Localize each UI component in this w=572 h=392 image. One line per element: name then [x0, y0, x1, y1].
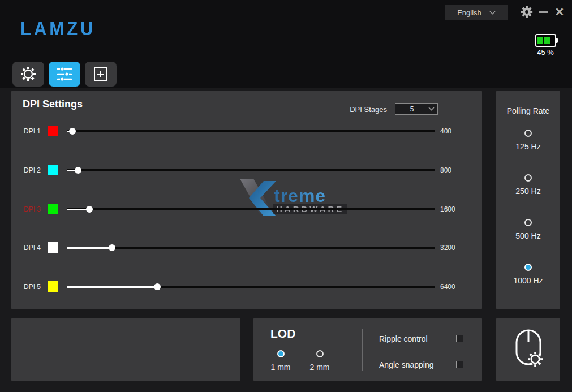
dpi-value: 3200	[440, 244, 476, 252]
angle-snapping-checkbox[interactable]	[456, 361, 463, 368]
angle-snapping-row: Angle snapping	[379, 360, 475, 369]
polling-rate-panel: Polling Rate 125 Hz 250 Hz 500 Hz 1000 H…	[496, 91, 560, 309]
gear-icon	[521, 6, 533, 18]
dpi-stages-label: DPI Stages	[342, 105, 387, 114]
dpi-color-swatch[interactable]	[48, 242, 58, 253]
dpi-slider[interactable]	[67, 281, 435, 293]
divider	[362, 329, 363, 371]
dpi-row-label: DPI 2	[24, 166, 48, 174]
polling-option-label: 500 Hz	[496, 231, 560, 240]
language-dropdown[interactable]: English	[445, 5, 508, 20]
dpi-stages-value: 5	[395, 105, 428, 113]
lod-title: LOD	[270, 327, 295, 341]
dpi-stages-dropdown[interactable]: 5	[395, 103, 438, 115]
polling-option-500hz[interactable]: 500 Hz	[496, 218, 560, 240]
lod-option-1mm[interactable]: 1 mm	[268, 350, 294, 372]
mouse-settings-panel[interactable]	[496, 318, 560, 381]
ripple-control-checkbox[interactable]	[456, 335, 463, 342]
dpi-row-label: DPI 5	[24, 283, 48, 291]
radio-icon[interactable]	[524, 130, 532, 137]
polling-option-label: 125 Hz	[496, 142, 560, 151]
dpi-row-4: DPI 4 3200	[11, 242, 482, 254]
dpi-row-3: DPI 3 1600	[11, 203, 482, 216]
polling-option-label: 250 Hz	[496, 187, 560, 196]
lod-panel: LOD 1 mm 2 mm Ripple control Angle snapp…	[253, 318, 482, 381]
slider-thumb[interactable]	[86, 206, 93, 213]
dpi-settings-title: DPI Settings	[23, 98, 83, 110]
battery-indicator: 45 %	[532, 34, 558, 57]
radio-icon[interactable]	[524, 219, 532, 226]
dpi-slider[interactable]	[67, 164, 435, 176]
lod-option-2mm[interactable]: 2 mm	[307, 350, 333, 372]
close-icon: ✕	[555, 6, 565, 18]
polling-option-label: 1000 Hz	[496, 276, 560, 285]
dpi-value: 800	[440, 166, 476, 174]
battery-bar	[544, 37, 550, 44]
polling-option-125hz[interactable]: 125 Hz	[496, 129, 560, 151]
mouse-gear-icon	[509, 328, 548, 372]
polling-option-250hz[interactable]: 250 Hz	[496, 174, 560, 196]
polling-option-1000hz[interactable]: 1000 Hz	[496, 263, 560, 285]
radio-icon[interactable]	[316, 350, 324, 357]
radio-icon[interactable]	[524, 174, 532, 182]
settings-gear-button[interactable]	[519, 5, 534, 19]
slider-thumb[interactable]	[109, 244, 115, 251]
dpi-slider[interactable]	[67, 125, 435, 137]
gear-outline-icon	[20, 66, 37, 83]
tab-performance[interactable]	[49, 62, 80, 87]
angle-snapping-label: Angle snapping	[379, 360, 434, 369]
dpi-value: 1600	[440, 205, 476, 213]
slider-thumb[interactable]	[154, 283, 161, 290]
ripple-control-row: Ripple control	[379, 334, 475, 343]
sliders-icon	[56, 66, 73, 82]
battery-bar	[537, 37, 543, 44]
lod-option-label: 2 mm	[307, 363, 333, 372]
minimize-button[interactable]	[536, 5, 551, 19]
lod-option-label: 1 mm	[268, 363, 294, 372]
close-button[interactable]: ✕	[552, 5, 567, 19]
app-window: LAMZU English ✕	[0, 0, 572, 392]
slider-thumb[interactable]	[75, 167, 81, 174]
dpi-slider[interactable]	[67, 203, 435, 216]
header-bar: LAMZU English ✕	[0, 0, 572, 88]
dpi-slider[interactable]	[67, 242, 435, 254]
dpi-color-swatch[interactable]	[48, 165, 58, 175]
chevron-down-icon	[428, 107, 435, 111]
battery-percent: 45 %	[532, 48, 558, 57]
dpi-color-swatch[interactable]	[48, 281, 58, 292]
dpi-row-label: DPI 1	[24, 127, 48, 135]
radio-icon[interactable]	[524, 264, 532, 271]
minimize-icon	[539, 11, 548, 13]
empty-panel	[11, 318, 240, 381]
language-value: English	[457, 8, 481, 17]
dpi-value: 6400	[440, 283, 476, 291]
radio-icon[interactable]	[277, 350, 285, 357]
tab-settings[interactable]	[12, 62, 44, 87]
dpi-color-swatch[interactable]	[48, 126, 58, 136]
dpi-value: 400	[440, 127, 476, 135]
dpi-row-label: DPI 3	[24, 205, 48, 213]
dpi-row-2: DPI 2 800	[11, 164, 482, 176]
lamzu-logo: LAMZU	[20, 19, 96, 40]
plus-square-icon	[92, 66, 109, 83]
chevron-down-icon	[489, 11, 496, 15]
dpi-color-swatch[interactable]	[48, 204, 58, 214]
dpi-row-5: DPI 5 6400	[11, 281, 482, 293]
tab-add-profile[interactable]	[85, 62, 117, 87]
dpi-row-label: DPI 4	[24, 244, 48, 252]
polling-rate-title: Polling Rate	[496, 106, 560, 115]
tab-bar	[12, 62, 117, 87]
ripple-control-label: Ripple control	[379, 334, 428, 343]
dpi-settings-panel: DPI Settings DPI Stages 5 treme	[11, 91, 482, 309]
slider-thumb[interactable]	[69, 128, 76, 135]
dpi-row-1: DPI 1 400	[11, 125, 482, 137]
battery-icon	[535, 34, 556, 47]
